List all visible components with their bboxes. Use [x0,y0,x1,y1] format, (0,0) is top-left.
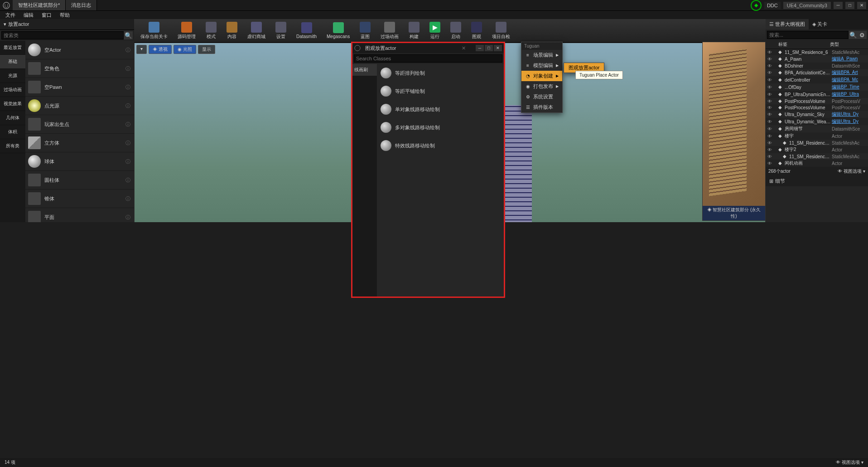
place-actor-item[interactable]: 点光源ⓘ [25,97,134,115]
place-category[interactable]: 最近放置 [0,41,25,55]
outliner-row[interactable]: 👁◆11_SM_Residence_2StaticMeshAc [766,140,868,146]
source-button[interactable]: 源码管理 [173,20,200,42]
popup-actor-item[interactable]: 多对象线路移动绘制 [377,118,504,136]
build-button[interactable]: 构建 [404,20,424,42]
world-outliner-tab[interactable]: ☰ 世界大纲视图 [766,19,809,29]
outliner-row[interactable]: 👁◆Ultra_Dynamic_Weather编辑Ultra_Dy [766,118,868,125]
place-actor-item[interactable]: 空角色ⓘ [25,59,134,78]
outliner-row[interactable]: 👁◆11_SM_Residence_6StaticMeshAc [766,49,868,55]
content-button[interactable]: 内容 [222,20,242,42]
perspective-button[interactable]: ◈ 透视 [149,45,172,54]
place-category[interactable]: 光源 [0,69,25,83]
search-icon[interactable]: 🔍 [124,31,133,39]
context-menu-item[interactable]: ☰插件版本 [521,102,562,112]
outliner-row[interactable]: 👁◆BPA_ArticulationtCenter编辑BPA_Art [766,69,868,76]
project-tab[interactable]: 智慧社区建筑部分* [13,0,66,10]
place-category[interactable]: 过场动画 [0,83,25,97]
visibility-icon[interactable]: 👁 [767,70,773,75]
levels-tab[interactable]: ◈ 关卡 [809,19,831,29]
details-tab[interactable]: ⊞ 细节 [766,176,868,186]
dialog-close-button[interactable]: ✕ [494,45,502,51]
actor-type[interactable]: 编辑BPA_Mc [832,77,867,83]
visibility-icon[interactable]: 👁 [767,78,773,83]
visibility-icon[interactable]: 👁 [767,57,773,62]
filter-icon[interactable]: ⚙ [858,31,867,39]
save-button[interactable]: 保存当前关卡 [136,20,172,42]
context-menu-item[interactable]: ◉打包发布▶ [521,81,562,92]
dialog-search-input[interactable] [354,54,502,63]
popup-actor-item[interactable]: 单对象线路移动绘制 [377,100,504,118]
context-menu-item[interactable]: ≡模型编辑▶ [521,60,562,71]
info-icon[interactable]: ⓘ [125,177,130,184]
lighting-button[interactable]: ◉ 光照 [174,45,196,54]
info-icon[interactable]: ⓘ [125,214,130,221]
info-icon[interactable]: ⓘ [125,195,130,202]
place-category[interactable]: 几何体 [0,111,25,125]
visibility-icon[interactable]: 👁 [767,85,773,90]
show-button[interactable]: 显示 [198,45,215,54]
context-menu-item[interactable]: ⚙系统设置 [521,92,562,102]
visibility-icon[interactable]: 👁 [767,134,773,139]
visibility-icon[interactable]: 👁 [767,161,773,166]
menu-edit[interactable]: 编辑 [20,11,37,19]
menu-help[interactable]: 帮助 [56,11,73,19]
outliner-row[interactable]: 👁◆楼宇2Actor [766,146,868,153]
info-icon[interactable]: ⓘ [125,121,130,128]
megascan-button[interactable]: Megascans [322,20,354,42]
visibility-icon[interactable]: 👁 [767,154,773,159]
visibility-icon[interactable]: 👁 [767,99,773,104]
actor-type[interactable]: 编辑Ultra_Dy [832,111,867,117]
outliner-row[interactable]: 👁◆Ultra_Dynamic_Sky编辑Ultra_Dy [766,111,868,118]
place-actor-item[interactable]: 空Pawnⓘ [25,78,134,97]
outliner-row[interactable]: 👁◆闲机动画Actor [766,160,868,167]
outliner-row[interactable]: 👁◆PostProcessVolumePostProcessV [766,104,868,111]
minimize-button[interactable]: ─ [834,2,843,9]
view-options-button[interactable]: 👁 视图选项 ▾ [836,459,863,466]
info-icon[interactable]: ⓘ [125,84,130,91]
visibility-icon[interactable]: 👁 [767,141,773,146]
info-icon[interactable]: ⓘ [125,65,130,72]
actor-type[interactable]: 编辑BP_Time [832,84,867,90]
visibility-icon[interactable]: 👁 [767,50,773,55]
popup-category[interactable]: 线画刷 [352,64,377,76]
selfcheck-button[interactable]: 项目自检 [487,20,515,42]
visibility-icon[interactable]: 👁 [767,147,773,152]
popup-actor-item[interactable]: 特效线路移动绘制 [377,136,504,155]
place-actor-item[interactable]: 锥体ⓘ [25,190,134,208]
outliner-row[interactable]: 👁◆delController编辑BPA_Mc [766,76,868,83]
launch-button[interactable]: 启动 [446,20,466,42]
settings-button[interactable]: 设置 [271,20,291,42]
context-menu-item[interactable]: ≡场景编辑▶ [521,50,562,60]
column-type[interactable]: 类型 [830,41,866,48]
actor-type[interactable]: 编辑BPA_Art [832,69,867,76]
menu-file[interactable]: 文件 [2,11,19,19]
visibility-icon[interactable]: 👁 [767,126,773,131]
place-category[interactable]: 所有类 [0,139,25,153]
visibility-icon[interactable]: 👁 [767,63,773,68]
place-actor-item[interactable]: 球体ⓘ [25,152,134,171]
secondary-viewport[interactable]: ◈ 智慧社区建筑部分 (永久性) [702,42,766,221]
chevron-down-icon[interactable]: ▾ [4,21,6,27]
place-category[interactable]: 基础 [0,55,25,69]
outliner-row[interactable]: 👁◆楼宇Actor [766,132,868,140]
ddc-button[interactable]: DDC [764,2,781,9]
place-actor-item[interactable]: 玩家出生点ⓘ [25,115,134,134]
info-icon[interactable]: ⓘ [125,102,130,109]
tuguan-button[interactable]: 图观 [467,20,487,42]
outliner-row[interactable]: 👁◆11_SM_Residence_4StaticMeshAc [766,153,868,160]
column-label[interactable]: 标签 [767,41,830,48]
visibility-icon[interactable]: 👁 [767,119,773,124]
outliner-row[interactable]: 👁◆房间细节DatasmithSce [766,125,868,132]
message-log-tab[interactable]: 消息日志 [66,0,97,10]
maximize-button[interactable]: □ [845,2,854,9]
dialog-maximize-button[interactable]: □ [485,45,493,51]
datasmith-button[interactable]: Datasmith [292,20,321,42]
visibility-icon[interactable]: 👁 [767,105,773,110]
visibility-icon[interactable]: 👁 [767,92,773,97]
blueprint-button[interactable]: 蓝图 [355,20,375,42]
visibility-icon[interactable]: 👁 [767,112,773,117]
anim-button[interactable]: 过场动画 [376,20,403,42]
place-actor-item[interactable]: 空Actorⓘ [25,41,134,59]
market-button[interactable]: 虚幻商城 [243,20,270,42]
context-menu-item[interactable]: ◔对象创建▶ [521,71,562,81]
